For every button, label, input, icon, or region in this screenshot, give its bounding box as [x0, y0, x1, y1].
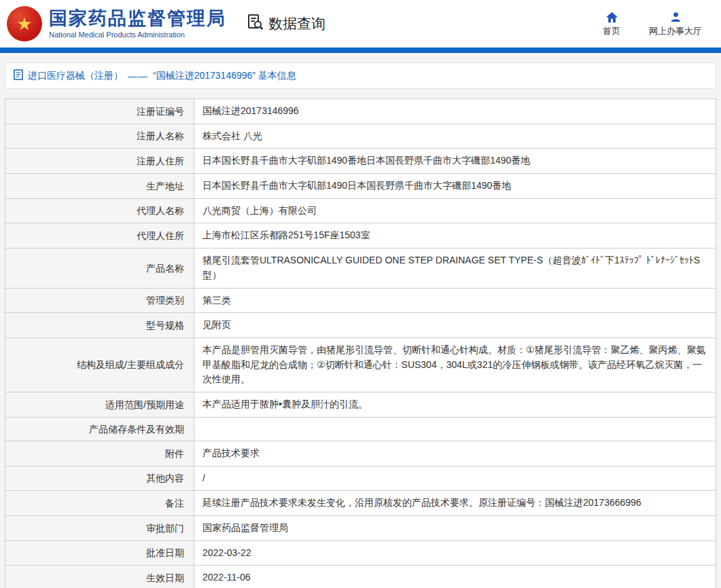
row-value: /	[194, 466, 716, 491]
row-value: 日本国长野县千曲市大字矶部1490番地日本国長野県千曲市大字磯部1490番地	[194, 149, 716, 174]
nav-home[interactable]: 首页	[603, 11, 620, 37]
table-row: 代理人住所 上海市松江区乐都路251号15F座1503室	[5, 223, 716, 249]
org-title-block: 国家药品监督管理局 National Medical Products Admi…	[49, 9, 226, 39]
row-value: 延续注册产品技术要求未发生变化，沿用原核发的产品技术要求。原注册证编号：国械注进…	[194, 491, 716, 516]
breadcrumb: 进口医疗器械（注册） —— “国械注进20173146996” 基本信息	[5, 62, 716, 89]
registration-info-table: 注册证编号 国械注进20173146996 注册人名称 株式会社 八光 注册人住…	[5, 98, 716, 588]
row-label: 型号规格	[5, 313, 194, 338]
document-icon	[14, 69, 23, 82]
page-title: “国械注进20173146996” 基本信息	[153, 70, 296, 82]
table-row: 注册人住所 日本国长野县千曲市大字矶部1490番地日本国長野県千曲市大字磯部14…	[5, 149, 716, 174]
header-divider-bar	[0, 48, 721, 53]
table-row: 结构及组成/主要组成成分 本产品是胆管用灭菌导管，由猪尾形引流导管、切断针和通心…	[5, 337, 716, 392]
org-name-en: National Medical Products Administration	[49, 31, 226, 39]
row-value: 株式会社 八光	[194, 124, 716, 149]
table-row: 产品储存条件及有效期	[5, 417, 716, 441]
row-value: 本产品是胆管用灭菌导管，由猪尾形引流导管、切断针和通心针构成。材质：①猪尾形引流…	[194, 337, 716, 392]
table-row: 批准日期 2022-03-22	[5, 540, 716, 566]
table-row: 其他内容 /	[5, 466, 716, 491]
nav-online-hall-label: 网上办事大厅	[649, 25, 702, 37]
person-icon	[670, 11, 682, 23]
row-label: 结构及组成/主要组成成分	[5, 337, 194, 392]
row-label: 备注	[5, 491, 194, 516]
main-content: 进口医疗器械（注册） —— “国械注进20173146996” 基本信息 注册证…	[5, 62, 716, 588]
org-name-cn: 国家药品监督管理局	[49, 9, 226, 29]
row-label: 其他内容	[5, 466, 194, 491]
data-query-label: 数据查询	[268, 14, 326, 33]
home-icon	[605, 11, 618, 23]
table-row: 附件 产品技术要求	[5, 441, 716, 466]
row-label: 生效日期	[5, 566, 194, 588]
data-query-section[interactable]: 数据查询	[247, 14, 326, 35]
row-value: 国家药品监督管理局	[194, 515, 716, 540]
table-row: 代理人名称 八光商贸（上海）有限公司	[5, 198, 716, 223]
site-header: ★ 国家药品监督管理局 National Medical Products Ad…	[0, 0, 721, 48]
table-row: 备注 延续注册产品技术要求未发生变化，沿用原核发的产品技术要求。原注册证编号：国…	[5, 491, 716, 516]
table-row: 型号规格 见附页	[5, 313, 716, 338]
row-label: 附件	[5, 441, 194, 466]
table-row: 注册证编号 国械注进20173146996	[5, 99, 716, 124]
table-row: 适用范围/预期用途 本产品适用于脓肿•囊肿及胆汁的引流。	[5, 392, 716, 417]
row-label: 适用范围/预期用途	[5, 392, 194, 417]
row-label: 生产地址	[5, 174, 194, 199]
row-value: 国械注进20173146996	[194, 99, 716, 124]
row-label: 产品名称	[5, 249, 194, 288]
row-value: 本产品适用于脓肿•囊肿及胆汁的引流。	[194, 392, 716, 417]
table-row: 生产地址 日本国长野县千曲市大字矶部1490日本国長野県千曲市大字磯部1490番…	[5, 174, 716, 199]
national-emblem-logo: ★	[7, 6, 42, 41]
row-label: 代理人名称	[5, 198, 194, 223]
nav-online-hall[interactable]: 网上办事大厅	[649, 11, 702, 37]
table-row: 管理类别 第三类	[5, 288, 716, 313]
row-value: 第三类	[194, 288, 716, 313]
row-value: 见附页	[194, 313, 716, 338]
table-row: 审批部门 国家药品监督管理局	[5, 515, 716, 540]
nav-home-label: 首页	[603, 25, 620, 37]
row-label: 注册人名称	[5, 124, 194, 149]
top-navigation: 首页 网上办事大厅	[603, 11, 709, 37]
row-label: 注册人住所	[5, 149, 194, 174]
table-row: 注册人名称 株式会社 八光	[5, 124, 716, 149]
row-value: 日本国长野县千曲市大字矶部1490日本国長野県千曲市大字磯部1490番地	[194, 174, 716, 199]
row-label: 审批部门	[5, 515, 194, 540]
row-value: 2022-11-06	[194, 566, 716, 588]
row-label: 批准日期	[5, 540, 194, 566]
row-value: 猪尾引流套管ULTRASONICALLY GUIDED ONE STEP DRA…	[194, 249, 716, 288]
table-row: 产品名称 猪尾引流套管ULTRASONICALLY GUIDED ONE STE…	[5, 249, 716, 288]
data-query-icon	[247, 14, 264, 35]
row-label: 代理人住所	[5, 223, 194, 249]
row-value: 上海市松江区乐都路251号15F座1503室	[194, 223, 716, 249]
table-row: 生效日期 2022-11-06	[5, 566, 716, 588]
row-value: 产品技术要求	[194, 441, 716, 466]
row-value: 八光商贸（上海）有限公司	[194, 198, 716, 223]
breadcrumb-category: 进口医疗器械（注册）	[28, 70, 123, 82]
row-label: 注册证编号	[5, 99, 194, 124]
row-value	[194, 417, 716, 441]
breadcrumb-dash: ——	[128, 71, 148, 81]
row-label: 管理类别	[5, 288, 194, 313]
row-label: 产品储存条件及有效期	[5, 417, 194, 441]
info-table-body: 注册证编号 国械注进20173146996 注册人名称 株式会社 八光 注册人住…	[5, 99, 716, 588]
row-value: 2022-03-22	[194, 540, 716, 566]
